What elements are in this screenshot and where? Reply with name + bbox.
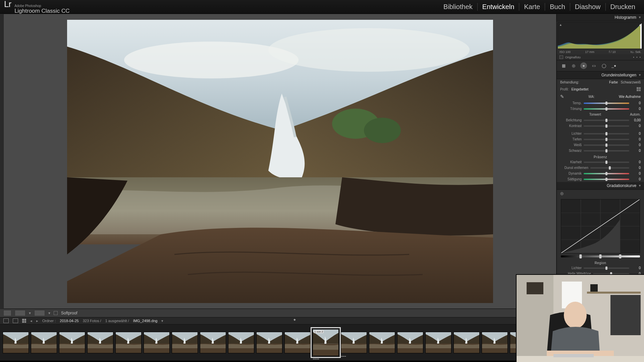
module-diashow[interactable]: Diashow	[570, 3, 606, 11]
dehaze-label: Dunst entfernen	[560, 166, 588, 170]
brush-tool[interactable]: ⎯●	[610, 62, 617, 69]
module-drucken[interactable]: Drucken	[606, 3, 640, 11]
treatment-color[interactable]: Farbe	[609, 80, 618, 84]
saturation-value[interactable]: 0	[631, 177, 641, 181]
temp-slider[interactable]	[584, 103, 629, 104]
primary-monitor-icon[interactable]	[3, 318, 9, 323]
tone-curve[interactable]	[561, 199, 640, 253]
app-name: Lightroom Classic CC	[14, 8, 69, 14]
filmstrip-thumb[interactable]	[115, 332, 142, 353]
chevron-down-icon[interactable]: ▾	[29, 311, 31, 315]
curve-highlights-value[interactable]: 0	[631, 266, 641, 270]
original-photo-row[interactable]: Originalfoto • • •	[557, 54, 644, 60]
svg-point-59	[564, 302, 587, 328]
shadow-clip-icon[interactable]: ▲	[559, 23, 562, 26]
wb-picker-icon[interactable]: ✎	[560, 94, 564, 99]
clarity-slider[interactable]	[584, 162, 629, 163]
svg-point-4	[364, 118, 401, 143]
spot-tool[interactable]: ◎	[570, 62, 577, 69]
filmstrip-thumb[interactable]	[144, 332, 170, 353]
vibrance-slider[interactable]	[584, 173, 629, 174]
treatment-bw[interactable]: Schwarzweiß	[621, 80, 641, 84]
develop-panel: Histogramm▼ ▲ ▲ ISO 100 17 mm f / 10 ¹⁄₁…	[556, 14, 644, 309]
image-viewer[interactable]: ⌖	[3, 14, 556, 309]
exposure-slider[interactable]	[584, 120, 629, 121]
filmstrip-thumb[interactable]	[172, 332, 198, 353]
filmstrip-thumb[interactable]	[369, 332, 395, 353]
curve-header[interactable]: Gradationskurve▼	[557, 182, 644, 190]
whites-value[interactable]: 0	[631, 143, 641, 147]
profile-browser-icon[interactable]	[637, 87, 641, 91]
gradient-tool[interactable]: ▭	[590, 62, 597, 69]
folder-label: Ordner :	[42, 319, 56, 323]
filmstrip-thumb[interactable]	[228, 332, 254, 353]
wb-dropdown[interactable]: Wie Aufnahme	[619, 95, 641, 99]
vibrance-value[interactable]: 0	[631, 172, 641, 175]
filmstrip-thumb[interactable]: 1 von 2•••••	[313, 329, 339, 356]
curve-range-slider[interactable]	[561, 255, 640, 257]
tint-value[interactable]: 0	[631, 107, 641, 111]
softproof-checkbox[interactable]	[54, 311, 58, 315]
saturation-slider[interactable]	[584, 179, 629, 180]
histogram-header[interactable]: Histogramm▼	[557, 14, 644, 21]
filmstrip-thumb[interactable]	[31, 332, 57, 353]
filmstrip-thumb[interactable]	[284, 332, 311, 353]
highlights-slider[interactable]	[584, 133, 629, 134]
temp-value[interactable]: 0	[631, 101, 641, 105]
filmstrip-thumb[interactable]	[397, 332, 423, 353]
filmstrip-thumb[interactable]	[425, 332, 451, 353]
filmstrip-thumb[interactable]	[482, 332, 508, 353]
svg-rect-58	[610, 295, 641, 335]
shadows-value[interactable]: 0	[631, 137, 641, 141]
tint-slider[interactable]	[584, 108, 629, 110]
secondary-monitor-icon[interactable]	[13, 318, 18, 323]
tone-auto[interactable]: Autom.	[630, 113, 641, 116]
crop-tool[interactable]: ▦	[560, 62, 567, 69]
next-arrow-icon[interactable]: ▸	[36, 319, 38, 323]
highlights-value[interactable]: 0	[631, 132, 641, 135]
filmstrip-thumb[interactable]	[453, 332, 480, 353]
left-panel-collapsed[interactable]	[0, 14, 3, 309]
histogram[interactable]: ▲ ▲	[557, 22, 643, 49]
rating-dots: •••••	[313, 357, 319, 360]
profile-value[interactable]: Eingebettet	[572, 87, 589, 91]
before-after-button[interactable]	[15, 310, 25, 316]
filmstrip-thumb[interactable]	[3, 332, 29, 353]
filename[interactable]: IMG_2498.dng	[133, 319, 158, 323]
folder-date[interactable]: 2018-04-25	[60, 319, 78, 323]
prev-arrow-icon[interactable]: ◂	[30, 319, 32, 323]
filmstrip-thumb[interactable]	[87, 332, 113, 353]
filmstrip-thumb[interactable]	[200, 332, 226, 353]
exposure-value[interactable]: 0,00	[631, 118, 641, 122]
curve-highlights-slider[interactable]	[584, 267, 629, 269]
filmstrip-thumb[interactable]	[59, 332, 85, 353]
grid-view-icon[interactable]	[22, 319, 26, 323]
redeye-tool[interactable]: ●	[580, 62, 587, 69]
loupe-view-button[interactable]	[3, 310, 11, 316]
radial-tool[interactable]: ◯	[600, 62, 607, 69]
filmstrip-thumb[interactable]: ••••	[341, 332, 367, 353]
module-entwickeln[interactable]: Entwickeln	[478, 3, 520, 11]
module-karte[interactable]: Karte	[519, 3, 545, 11]
highlight-clip-icon[interactable]: ▲	[639, 23, 642, 26]
dehaze-slider[interactable]	[590, 167, 629, 169]
blacks-value[interactable]: 0	[631, 149, 641, 153]
curve-target-icon[interactable]: ◎	[560, 191, 564, 196]
shadows-slider[interactable]	[584, 139, 629, 140]
compare-swap-button[interactable]	[34, 310, 45, 316]
more-icon[interactable]: • • •	[633, 56, 641, 59]
module-buch[interactable]: Buch	[545, 3, 570, 11]
contrast-slider[interactable]	[584, 125, 629, 127]
basic-header[interactable]: Grundeinstellungen▼	[557, 71, 644, 79]
filename-dropdown-icon[interactable]: ▾	[161, 319, 163, 323]
filmstrip-thumb[interactable]	[256, 332, 282, 353]
contrast-value[interactable]: 0	[631, 124, 641, 128]
basic-title: Grundeinstellungen	[601, 73, 636, 77]
blacks-slider[interactable]	[584, 150, 629, 152]
chevron-down-icon[interactable]: ▾	[48, 311, 50, 315]
dehaze-value[interactable]: 0	[631, 166, 641, 170]
module-bibliothek[interactable]: Bibliothek	[439, 3, 478, 11]
original-checkbox[interactable]	[559, 55, 563, 59]
clarity-value[interactable]: 0	[631, 160, 641, 164]
whites-slider[interactable]	[584, 144, 629, 146]
